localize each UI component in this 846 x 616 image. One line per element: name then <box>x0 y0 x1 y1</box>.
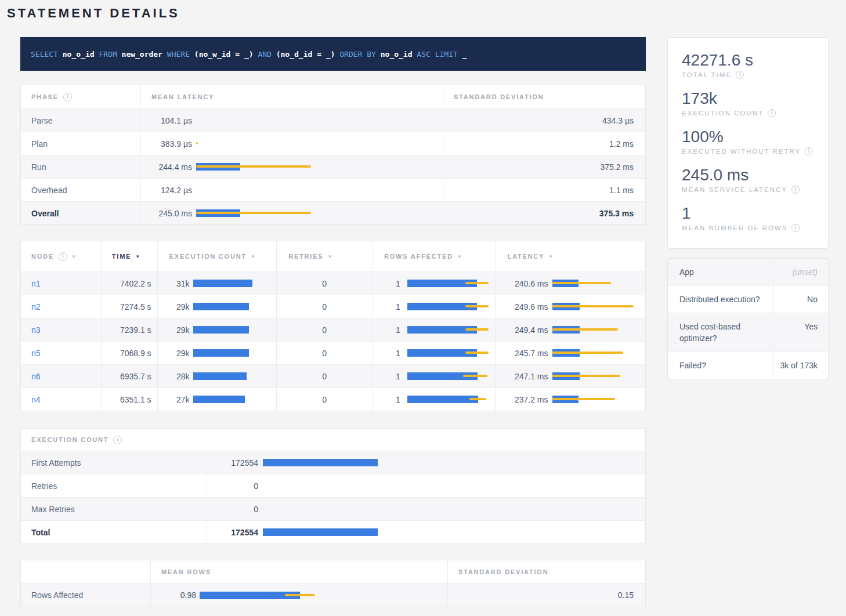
stat-value: 245.0 ms <box>682 165 814 185</box>
time-column-header[interactable]: TIME ▼ <box>101 241 157 271</box>
exec-row-label: Retries <box>21 474 207 497</box>
sql-keyword: AND <box>258 50 276 59</box>
rows-affected-header-label: ROWS AFFECTED <box>384 253 453 260</box>
sql-identifier: (no_w_id = _) <box>194 50 258 59</box>
sort-arrow-icon[interactable]: ▼ <box>328 254 332 259</box>
mean-latency-value: 244.4 ms <box>141 162 192 172</box>
phase-row-parse: Parse 104.1 µs 434.3 µs <box>21 108 645 132</box>
time-header-label: TIME <box>112 253 131 260</box>
execution-count-row: First Attempts 172554 <box>21 451 645 474</box>
node-link[interactable]: n4 <box>31 395 41 404</box>
mean-latency-value: 383.9 µs <box>141 139 192 148</box>
attribute-label: Used cost-based optimizer? <box>668 313 773 352</box>
sql-identifier: new_order <box>122 50 167 59</box>
sql-identifier: _ <box>462 50 467 59</box>
rows-affected-row: Rows Affected 0.98 0.15 <box>21 583 645 607</box>
info-icon[interactable]: i <box>736 71 744 79</box>
attribute-row-optimizer: Used cost-based optimizer? Yes <box>668 313 828 352</box>
node-retries-value: 0 <box>276 272 372 295</box>
mean-latency-value: 124.2 µs <box>141 186 192 195</box>
node-link[interactable]: n2 <box>31 302 41 311</box>
node-link[interactable]: n6 <box>31 372 41 381</box>
stat-value: 173k <box>682 89 814 108</box>
node-latency-value: 245.7 ms <box>496 349 548 358</box>
stat-executed-without-retry: 100% EXECUTED WITHOUT RETRYi <box>682 127 814 155</box>
phase-row-overall: Overall 245.0 ms 375.3 ms <box>21 201 645 224</box>
rows-affected-bar <box>407 326 477 334</box>
summary-stats-card: 42271.6 s TOTAL TIMEi 173k EXECUTION COU… <box>667 37 829 249</box>
execution-count-row: Total 172554 <box>21 520 645 543</box>
node-row: n1 7402.2 s 31k 0 1 240.6 ms <box>21 271 645 295</box>
node-link[interactable]: n5 <box>31 349 41 358</box>
node-link[interactable]: n3 <box>31 325 41 335</box>
rows-affected-bar <box>407 372 478 380</box>
node-rows-affected-value: 1 <box>373 279 400 288</box>
stat-label: EXECUTION COUNT <box>682 110 764 117</box>
std-dev-value: 375.2 ms <box>443 155 645 178</box>
stat-mean-number-of-rows: 1 MEAN NUMBER OF ROWSi <box>682 204 814 232</box>
standard-deviation-column-header: STANDARD DEVIATION <box>443 85 645 108</box>
retries-column-header[interactable]: RETRIES ▼ <box>276 241 372 271</box>
stat-value: 1 <box>682 204 814 223</box>
node-rows-affected-value: 1 <box>373 395 400 404</box>
stat-label: MEAN SERVICE LATENCY <box>682 186 787 193</box>
info-icon[interactable]: i <box>63 93 72 102</box>
info-icon[interactable]: i <box>791 186 800 194</box>
info-icon[interactable]: i <box>768 109 776 117</box>
node-retries-value: 0 <box>276 342 372 364</box>
sql-statement: SELECT no_o_id FROM new_order WHERE (no_… <box>31 50 467 59</box>
info-icon[interactable]: i <box>113 436 122 444</box>
execution-count-bar <box>263 528 378 536</box>
latency-column-header[interactable]: LATENCY ▼ <box>496 241 646 271</box>
node-retries-value: 0 <box>276 365 372 387</box>
node-latency-value: 249.6 ms <box>496 302 548 311</box>
node-exec-count-value: 31k <box>158 279 190 288</box>
sort-arrow-icon[interactable]: ▼ <box>251 254 255 259</box>
exec-row-label: First Attempts <box>21 451 207 474</box>
exec-row-value: 0 <box>207 481 258 491</box>
sql-keyword: FROM <box>99 50 121 59</box>
phase-latency-table: PHASE i MEAN LATENCY STANDARD DEVIATION … <box>20 85 646 225</box>
rows-affected-label: Rows Affected <box>21 584 150 607</box>
node-exec-count-value: 29k <box>158 349 190 358</box>
latency-bar <box>552 280 579 287</box>
mean-rows-bar <box>200 592 300 599</box>
node-row: n4 6351.1 s 27k 0 1 237.2 ms <box>21 387 645 411</box>
rows-std-dev-value: 0.15 <box>447 584 645 607</box>
info-icon[interactable]: i <box>59 252 67 261</box>
node-retries-value: 0 <box>276 295 372 318</box>
node-link[interactable]: n1 <box>31 279 41 288</box>
node-latency-value: 247.1 ms <box>496 372 548 381</box>
sort-arrow-icon[interactable]: ▼ <box>135 254 140 259</box>
rows-affected-column-header[interactable]: ROWS AFFECTED ▼ <box>372 241 496 271</box>
std-dev-value: 434.3 µs <box>443 109 645 132</box>
rows-affected-table: MEAN ROWS STANDARD DEVIATION Rows Affect… <box>20 560 646 607</box>
phase-row-overhead: Overhead 124.2 µs 1.1 ms <box>21 178 645 201</box>
rows-affected-bar <box>407 396 478 403</box>
execution-count-table-header: EXECUTION COUNT i <box>21 429 645 451</box>
attribute-value: No <box>773 286 828 313</box>
node-time-value: 7274.5 s <box>101 295 157 318</box>
exec-row-label: Max Retries <box>21 498 207 520</box>
node-row: n3 7239.1 s 29k 0 1 249.4 ms <box>21 318 645 341</box>
sql-keyword: WHERE <box>167 50 194 59</box>
sort-arrow-icon[interactable]: ▼ <box>71 254 76 259</box>
sql-identifier: (no_d_id = _) <box>276 50 340 59</box>
sort-arrow-icon[interactable]: ▼ <box>548 254 553 259</box>
info-icon[interactable]: i <box>791 224 800 232</box>
node-latency-value: 249.4 ms <box>496 325 548 335</box>
mean-rows-value: 0.98 <box>151 590 196 600</box>
node-latency-value: 237.2 ms <box>496 395 548 404</box>
execution-count-column-header[interactable]: EXECUTION COUNT ▼ <box>157 241 277 271</box>
info-icon[interactable]: i <box>805 147 813 155</box>
execution-count-header-label: EXECUTION COUNT <box>169 253 247 260</box>
exec-row-value: 0 <box>207 505 258 514</box>
node-time-value: 7402.2 s <box>101 272 157 295</box>
execution-count-bar <box>193 372 247 380</box>
sort-arrow-icon[interactable]: ▼ <box>457 254 462 259</box>
node-rows-affected-value: 1 <box>373 349 400 358</box>
node-column-header[interactable]: NODE i ▼ <box>21 241 101 271</box>
stat-label: MEAN NUMBER OF ROWS <box>682 224 787 231</box>
rows-affected-table-header: MEAN ROWS STANDARD DEVIATION <box>21 560 645 583</box>
latency-bar <box>552 326 580 334</box>
